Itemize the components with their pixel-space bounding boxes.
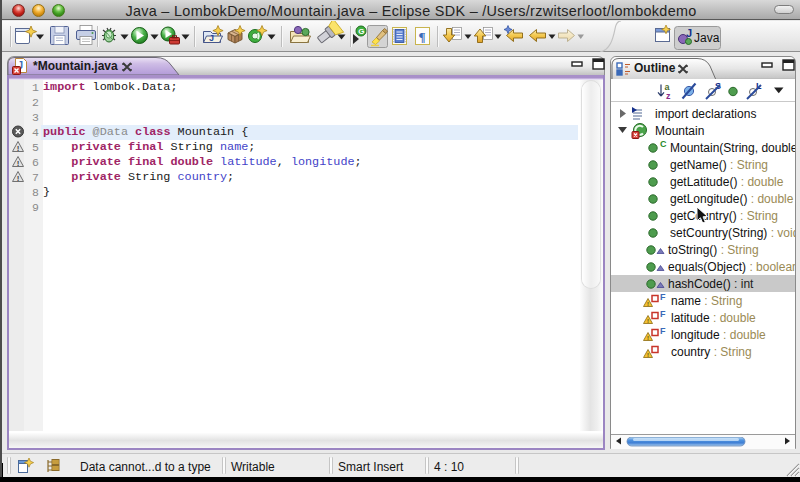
svg-text:F: F bbox=[660, 326, 666, 336]
svg-text:¶: ¶ bbox=[419, 29, 426, 44]
svg-text:!: ! bbox=[647, 301, 649, 307]
svg-text:!: ! bbox=[17, 144, 20, 153]
svg-text:!: ! bbox=[647, 318, 649, 324]
svg-text:G: G bbox=[358, 27, 364, 36]
svg-text:Java: Java bbox=[694, 31, 720, 45]
svg-text:!: ! bbox=[647, 352, 649, 358]
svg-text:J: J bbox=[209, 33, 214, 43]
svg-text:F: F bbox=[660, 292, 666, 302]
svg-text:!: ! bbox=[647, 335, 649, 341]
svg-text:!: ! bbox=[17, 159, 20, 168]
svg-text:J: J bbox=[686, 27, 692, 39]
svg-text:F: F bbox=[660, 309, 666, 319]
svg-text:!: ! bbox=[17, 174, 20, 183]
svg-text:C: C bbox=[660, 139, 667, 149]
